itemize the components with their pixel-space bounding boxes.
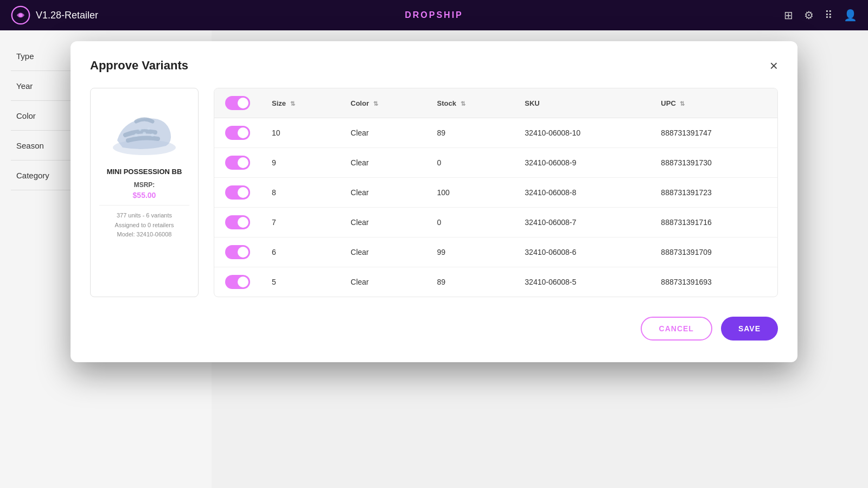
close-button[interactable]: ×: [770, 59, 778, 73]
toggle-0[interactable]: [225, 126, 250, 140]
row-sku-1: 32410-06008-9: [514, 148, 650, 178]
row-sku-2: 32410-06008-8: [514, 178, 650, 208]
divider: [99, 205, 189, 206]
row-color-1: Clear: [340, 148, 426, 178]
master-toggle[interactable]: [225, 96, 250, 110]
toggle-2[interactable]: [225, 185, 250, 200]
color-sort-icon: ⇅: [373, 100, 378, 107]
modal-title: Approve Variants: [90, 59, 188, 73]
row-color-0: Clear: [340, 118, 426, 148]
app-logo: V1.28-Retailer: [11, 5, 98, 25]
row-size-3: 7: [261, 208, 340, 237]
topbar-actions: ⊞ ⚙ ⠿ 👤: [784, 9, 857, 22]
table-row: 10Clear8932410-06008-10888731391747: [214, 118, 777, 148]
user-icon[interactable]: 👤: [844, 9, 857, 22]
table-row: 5Clear8932410-06008-5888731391693: [214, 267, 777, 297]
toggle-3[interactable]: [225, 215, 250, 229]
svg-point-3: [135, 133, 138, 137]
row-toggle-5: [214, 267, 261, 297]
row-color-4: Clear: [340, 237, 426, 267]
svg-point-5: [151, 133, 154, 137]
table-row: 6Clear9932410-06008-6888731391709: [214, 237, 777, 267]
logo-icon: [11, 5, 30, 25]
product-meta: 377 units - 6 variants Assigned to 0 ret…: [115, 211, 174, 240]
svg-point-1: [18, 13, 22, 17]
row-upc-1: 888731391730: [650, 148, 777, 178]
svg-point-4: [143, 132, 146, 135]
product-name: MINI POSSESSION BB: [107, 168, 182, 176]
row-upc-5: 888731391693: [650, 267, 777, 297]
table-header-row: Size ⇅ Color ⇅ Stock ⇅ SKU UPC ⇅: [214, 88, 777, 118]
row-size-4: 6: [261, 237, 340, 267]
grid-icon[interactable]: ⠿: [825, 9, 833, 22]
product-image-svg: [106, 100, 182, 159]
header-stock: Stock ⇅: [426, 88, 514, 118]
overlay: Type ⌄ Year ⌄ Color ⌄ Season ⌄ Category …: [0, 30, 868, 488]
row-stock-3: 0: [426, 208, 514, 237]
header-sku: SKU: [514, 88, 650, 118]
row-sku-0: 32410-06008-10: [514, 118, 650, 148]
save-button[interactable]: SAVE: [721, 317, 778, 341]
product-price: $55.00: [133, 191, 156, 200]
approve-variants-modal: Approve Variants ×: [71, 41, 797, 362]
modal-header: Approve Variants ×: [90, 59, 778, 73]
table-row: 7Clear032410-06008-7888731391716: [214, 208, 777, 237]
topbar: V1.28-Retailer DROPSHIP ⊞ ⚙ ⠿ 👤: [0, 0, 868, 30]
stock-sort-icon: ⇅: [461, 100, 465, 107]
header-size: Size ⇅: [261, 88, 340, 118]
size-sort-icon: ⇅: [290, 100, 295, 107]
row-size-5: 5: [261, 267, 340, 297]
row-color-3: Clear: [340, 208, 426, 237]
product-info-card: MINI POSSESSION BB MSRP: $55.00 377 unit…: [90, 88, 199, 297]
row-toggle-2: [214, 178, 261, 208]
table-row: 9Clear032410-06008-9888731391730: [214, 148, 777, 178]
modal-footer: CANCEL SAVE: [90, 317, 778, 341]
row-upc-0: 888731391747: [650, 118, 777, 148]
header-color: Color ⇅: [340, 88, 426, 118]
row-upc-3: 888731391716: [650, 208, 777, 237]
row-sku-3: 32410-06008-7: [514, 208, 650, 237]
row-sku-4: 32410-06008-6: [514, 237, 650, 267]
product-image: [106, 97, 182, 162]
row-stock-0: 89: [426, 118, 514, 148]
row-size-1: 9: [261, 148, 340, 178]
row-sku-5: 32410-06008-5: [514, 267, 650, 297]
row-stock-4: 99: [426, 237, 514, 267]
row-upc-2: 888731391723: [650, 178, 777, 208]
upc-sort-icon: ⇅: [680, 100, 685, 107]
toggle-4[interactable]: [225, 245, 250, 259]
row-toggle-0: [214, 118, 261, 148]
list-icon[interactable]: ⊞: [784, 9, 793, 22]
row-color-2: Clear: [340, 178, 426, 208]
row-size-2: 8: [261, 178, 340, 208]
variants-table: Size ⇅ Color ⇅ Stock ⇅ SKU UPC ⇅: [214, 88, 778, 297]
gear-icon[interactable]: ⚙: [804, 9, 814, 22]
row-stock-1: 0: [426, 148, 514, 178]
row-stock-2: 100: [426, 178, 514, 208]
row-color-5: Clear: [340, 267, 426, 297]
header-upc: UPC ⇅: [650, 88, 777, 118]
table-row: 8Clear10032410-06008-8888731391723: [214, 178, 777, 208]
svg-point-7: [148, 127, 150, 130]
row-toggle-3: [214, 208, 261, 237]
toggle-5[interactable]: [225, 275, 250, 289]
header-toggle: [214, 88, 261, 118]
row-size-0: 10: [261, 118, 340, 148]
svg-point-6: [139, 129, 142, 131]
nav-label: DROPSHIP: [405, 10, 463, 20]
toggle-1[interactable]: [225, 156, 250, 170]
row-upc-4: 888731391709: [650, 237, 777, 267]
modal-body: MINI POSSESSION BB MSRP: $55.00 377 unit…: [90, 88, 778, 297]
row-toggle-4: [214, 237, 261, 267]
row-stock-5: 89: [426, 267, 514, 297]
cancel-button[interactable]: CANCEL: [641, 317, 712, 341]
app-version: V1.28-Retailer: [36, 10, 98, 21]
row-toggle-1: [214, 148, 261, 178]
msrp-label: MSRP:: [134, 181, 155, 189]
